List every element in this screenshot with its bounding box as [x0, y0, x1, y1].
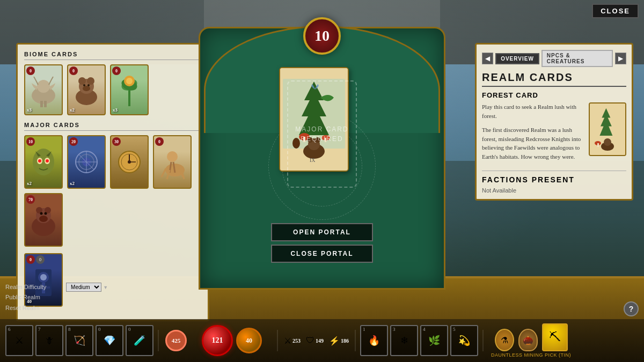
item-icons: ⚗ 🌰 ⛏ [495, 323, 568, 351]
difficulty-select[interactable]: Medium Easy Hard [66, 283, 101, 292]
major-card-1[interactable]: 10 x2 [24, 135, 63, 189]
slot-num-r3: 4 [423, 327, 426, 332]
close-portal-button[interactable]: CLOSE PORTAL [271, 245, 373, 263]
major-card-4[interactable]: 0 [153, 135, 192, 189]
card-info-section: FOREST CARD Play this card to seek a Rea… [482, 91, 626, 161]
difficulty-label: Realm Difficulty [5, 282, 64, 293]
svg-point-11 [78, 77, 86, 85]
item-acorn[interactable]: 🌰 [518, 329, 538, 351]
stat-val-2: 149 [316, 338, 324, 344]
hud-slot-right-3[interactable]: 4 🌿 [420, 325, 448, 356]
slot-num-r1: 1 [363, 327, 365, 332]
close-button[interactable]: CLOSE [592, 4, 639, 18]
svg-point-51 [45, 212, 47, 215]
item-label: DAUNTLESS MINING PICK (TIN) [491, 352, 571, 358]
stat-val-3: 186 [341, 338, 349, 344]
svg-point-13 [83, 86, 90, 91]
hud-slot-right-4[interactable]: 5 💫 [450, 325, 478, 356]
hud-slot-4[interactable]: 0 💎 [96, 325, 123, 356]
reset-realm-label: Reset Realm [5, 303, 64, 314]
svg-point-6 [37, 80, 50, 93]
public-realm-label: Public Realm [5, 292, 64, 303]
slot-icon-r3: 🌿 [428, 335, 440, 346]
slot-num-r4: 5 [453, 327, 456, 332]
xp-orb: 425 [165, 330, 187, 351]
card-count-2: x2 [70, 107, 75, 113]
slot-num-4: 0 [98, 327, 101, 332]
slot-icon-r2: ❄ [400, 335, 408, 346]
svg-point-38 [167, 151, 178, 162]
mana-orb: 40 [236, 328, 262, 353]
acorn-icon: 🌰 [523, 335, 533, 345]
svg-point-24 [38, 159, 41, 162]
portal-buttons: OPEN PORTAL CLOSE PORTAL [268, 223, 376, 263]
major-card-num-5: 70 [26, 195, 35, 204]
major-card-num-2: 20 [69, 137, 78, 146]
hud-slot-1[interactable]: 6 ⚔ [5, 325, 33, 356]
slot-num-2: 7 [38, 327, 41, 332]
stat-group-3: ⚡ 186 [329, 336, 349, 346]
card-count-1: x3 [27, 107, 32, 113]
prev-tab-arrow[interactable]: ◀ [482, 53, 493, 64]
hud-separator-4 [482, 330, 484, 351]
tab-npcs[interactable]: NPCS & CREATURES [541, 50, 613, 67]
major-card-3[interactable]: 30 [110, 135, 149, 189]
slot-icon-3: 🏹 [74, 335, 85, 346]
svg-point-73 [604, 138, 611, 146]
svg-point-21 [33, 149, 54, 175]
question-button[interactable]: ? [624, 301, 639, 316]
biome-cards-header: BIOME CARDS [24, 51, 201, 60]
slot-icon-4: 💎 [104, 335, 115, 346]
tabs-row: ◀ OVERVIEW NPCS & CREATURES ▶ [482, 50, 626, 67]
hud-slot-5[interactable]: 0 🧪 [126, 325, 153, 356]
item-display: ⚗ 🌰 ⛏ DAUNTLESS MINING PICK (TIN) [491, 323, 571, 358]
stat-icon-1: ⚔ [284, 336, 291, 346]
svg-point-20 [126, 78, 133, 84]
slot-label-2: REQUIRED [301, 135, 343, 143]
right-panel: ◀ OVERVIEW NPCS & CREATURES ▶ REALM CARD… [475, 43, 633, 201]
tab-overview[interactable]: OVERVIEW [495, 53, 539, 64]
chevron-down-icon: ▼ [103, 285, 108, 290]
hud-slot-3[interactable]: 8 🏹 [65, 325, 93, 356]
major-cards-row: 10 x2 20 [24, 135, 201, 247]
biome-card-1[interactable]: 0 x3 [24, 64, 63, 115]
card-num-1: 0 [26, 67, 35, 75]
hud-slot-2[interactable]: 7 🗡 [35, 325, 63, 356]
biome-card-3[interactable]: 0 x3 [110, 64, 149, 115]
biome-card-2[interactable]: 0 x2 [67, 64, 106, 115]
open-portal-button[interactable]: OPEN PORTAL [271, 223, 373, 241]
major-card-2[interactable]: 20 x2 Astrolabe Card [67, 135, 106, 189]
hud-slot-right-2[interactable]: 3 ❄ [390, 325, 418, 356]
major-card-5[interactable]: 70 [24, 193, 63, 247]
major-card-count-1: x2 [27, 181, 32, 186]
stat-icon-3: ⚡ [329, 336, 340, 346]
svg-line-41 [162, 168, 166, 177]
item-potion[interactable]: ⚗ [495, 329, 514, 351]
hud-slot-right-1[interactable]: 1 🔥 [360, 325, 388, 356]
hud-separator-3 [355, 330, 356, 351]
slot-icon-5: 🧪 [134, 335, 145, 346]
svg-point-25 [46, 159, 49, 162]
stat-icon-2: 🛡 [306, 336, 314, 345]
factions-value: Not Available [482, 187, 626, 194]
number-badge: 10 [303, 17, 341, 55]
item-pick[interactable]: ⛏ [542, 323, 568, 351]
slot-num-5: 0 [128, 327, 131, 332]
slot-num-3: 8 [68, 327, 71, 332]
slot-label-1: MAJOR CARD [295, 125, 348, 133]
card-num-3: 0 [112, 67, 121, 75]
center-orbs: 121 40 [202, 325, 262, 356]
major-card-slot: MAJOR CARD REQUIRED [287, 80, 357, 188]
factions-title: FACTIONS PRESENT [482, 175, 626, 184]
svg-rect-8 [44, 101, 47, 107]
bottom-hud: 6 ⚔ 7 🗡 8 🏹 0 💎 0 🧪 425 121 40 ⚔ 253 🛡 1… [0, 319, 644, 362]
slot-icon-2: 🗡 [45, 335, 54, 346]
slot-num-1: 6 [8, 327, 11, 332]
svg-rect-75 [597, 143, 599, 147]
next-tab-arrow[interactable]: ▶ [615, 53, 626, 64]
sword-icon: ⚔ [15, 335, 24, 346]
section-divider [482, 171, 626, 171]
slot-num-r2: 3 [393, 327, 396, 332]
panel-title: REALM CARDS [482, 71, 626, 87]
stat-group-1: ⚔ 253 [284, 336, 301, 346]
